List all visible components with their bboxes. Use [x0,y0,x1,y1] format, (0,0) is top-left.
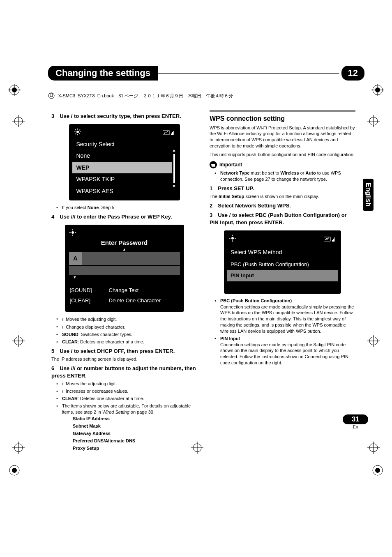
page-number: 31 [343,414,368,424]
wps-option-pbc: PBC (Push Button Configuration) [227,259,338,270]
gear-icon [69,229,76,238]
important-label: Important [219,161,242,168]
right-column: WPS connection setting WPS is abbreviati… [210,110,355,454]
gear-icon [74,128,81,137]
svg-line-43 [79,129,80,130]
enter-password-screen: Enter Password ▲ A ▼ [SOUND] Change Text… [65,225,184,312]
svg-rect-63 [334,237,335,242]
wps-step-3: 3 Use / to select PBC (Push Button Confi… [210,212,355,226]
svg-rect-48 [173,131,174,135]
pw-bullet-3: SOUND: Switches character types. [51,331,197,338]
registration-mark-icon [8,464,21,476]
password-field-rest [82,252,180,265]
chapter-title: Changing the settings [48,66,158,81]
adj-static-ip: Static IP Address [73,416,197,422]
pin-body: Connection settings are made by inputtin… [220,342,348,366]
svg-point-49 [71,231,74,234]
signal-icon [163,130,175,136]
registration-mark-icon [8,84,21,96]
crop-cross-icon [12,442,25,454]
step6-bullet-4: The items shown below are adjustable. Fo… [51,403,197,451]
step-6-heading: 6 Use /// or number buttons to adjust th… [51,365,197,379]
security-option-wpapsk-tkip: WPAPSK TKIP [72,173,172,185]
wps-step-1: 1 Press SET UP. [210,185,355,192]
crop-cross-icon [367,442,380,454]
security-select-screen: Security Select None WEP WPAPSK TKIP WPA… [69,124,180,201]
svg-line-42 [75,133,76,134]
page-number-block: 31 En [343,414,368,429]
svg-rect-47 [172,132,173,135]
doc-source-label: X-SMC3_SYXZT8_En.book 31 ページ ２０１１年６月９日 木… [48,92,364,101]
crop-cross-icon [367,335,380,347]
crop-cross-icon [367,115,380,127]
step-5-sub: The IP address setting screen is display… [51,356,197,362]
triangle-up-icon: ▲ [69,248,180,251]
clear-key-label: [CLEAR] [70,297,101,304]
security-option-wpapsk-aes: WPAPSK AES [72,185,172,197]
security-select-title: Security Select [72,140,172,150]
pbc-bullet: PBC (Push Button Configuration) Connecti… [210,298,355,334]
svg-rect-34 [50,93,53,97]
clear-key-text: Delete One Character [109,297,161,304]
wps-box-title: Select WPS Method [227,248,338,259]
wps-intro: WPS is abbreviation of Wi-Fi Protected S… [210,125,355,149]
registration-mark-icon [371,84,384,96]
adj-subnet: Subnet Mask [73,423,197,429]
wps-step-2: 2 Select Network Setting WPS. [210,202,355,209]
chapter-number: 12 [341,66,364,81]
signal-icon [324,236,336,242]
svg-rect-61 [332,240,333,242]
svg-line-41 [79,133,80,134]
svg-marker-45 [164,131,168,134]
language-tab: English [363,179,374,211]
section-divider [210,110,355,112]
svg-point-35 [76,131,79,133]
security-option-none: None [72,150,172,162]
step-3-text: 3 Use / to select security type, then pr… [51,113,181,119]
wps-method-screen: Select WPS Method PBC (Push Button Confi… [224,230,341,294]
svg-point-33 [48,93,54,99]
svg-rect-46 [171,133,172,135]
pin-head: PIN Input [220,336,240,341]
wps-step-1-sub: The Initial Setup screen is shown on the… [210,193,355,200]
important-icon [210,161,217,168]
step-4-heading: 4 Use /// to enter the Pass Phrase or WE… [51,213,197,221]
left-column: 3 Use / to select security type, then pr… [51,110,197,454]
pbc-body: Connection settings are made automatical… [220,304,354,334]
adj-proxy: Proxy Setup [73,445,197,451]
important-header: Important [210,161,355,168]
doc-source-text: X-SMC3_SYXZT8_En.book 31 ページ ２０１１年６月９日 木… [58,93,233,100]
step6-bullet-1: /: Moves the adjusting digit. [51,381,197,387]
adj-gateway: Gateway Address [73,430,197,437]
step-5-heading: 5 Use / to select DHCP OFF, then press E… [51,348,197,355]
page-number-sub: En [343,425,368,429]
pw-bullet-2: /: Changes displayed character. [51,324,197,330]
step6-bullet-2: /: Increases or decreases values. [51,388,197,394]
svg-point-30 [12,468,17,473]
gear-icon [229,235,236,244]
pin-bullet: PIN Input Connection settings are made b… [210,336,355,366]
triangle-down-icon: ▼ [69,276,180,279]
pw-bullet-1: /: Moves the adjusting digit. [51,316,197,322]
password-char-cell: A [69,252,82,265]
chapter-header: Changing the settings 12 [48,66,364,81]
svg-marker-60 [325,237,329,240]
pw-bullet-4: CLEAR: Deletes one character at a time. [51,339,197,345]
wps-option-pin: PIN Input [227,270,338,281]
step-3-heading: 3 Use / to select security type, then pr… [51,113,197,120]
registration-mark-icon [371,464,384,476]
svg-point-32 [375,468,380,473]
scroll-up-icon: ▲ [172,147,177,153]
wps-intro-2: This unit supports push-button configura… [210,152,355,158]
pbc-head: PBC (Push Button Configuration) [220,298,292,303]
important-bullet: Network Type must be set to Wireless or … [210,170,355,182]
scrollbar-track [173,154,175,183]
enter-password-title: Enter Password [69,239,180,247]
wps-section-title: WPS connection setting [210,114,355,123]
svg-point-54 [231,237,234,239]
sound-key-text: Change Text [109,287,139,294]
crop-cross-icon [12,115,25,127]
password-field-row2 [69,266,180,275]
security-option-wep: WEP [72,162,172,174]
svg-rect-62 [333,239,334,242]
